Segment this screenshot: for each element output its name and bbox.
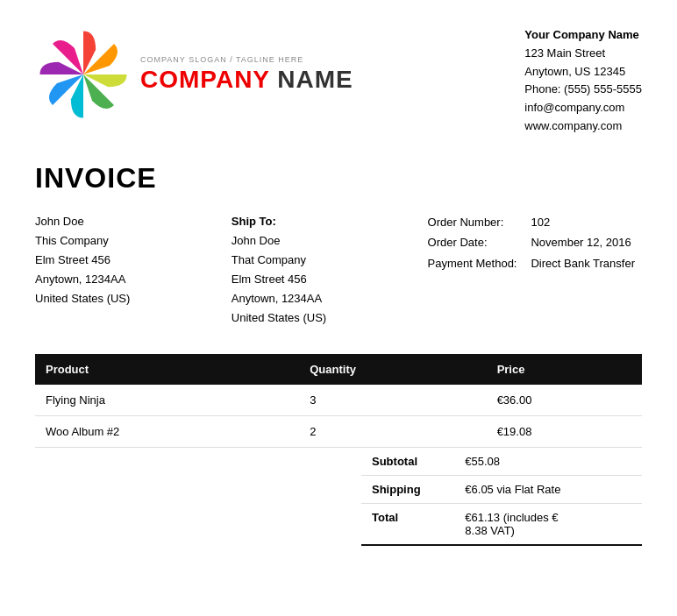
ship-to-company: That Company — [232, 251, 389, 270]
ship-to-city: Anytown, 1234AA — [232, 289, 389, 308]
total-label: Total — [361, 504, 454, 546]
bill-from: John Doe This Company Elm Street 456 Any… — [35, 212, 193, 329]
total-value: €55.08 — [454, 448, 642, 476]
order-date-label: Order Date: — [428, 232, 524, 252]
company-email: info@company.com — [524, 99, 642, 117]
company-name-logo: COMPANY NAME — [140, 66, 353, 94]
totals-section: Subtotal €55.08 Shipping €6.05 via Flat … — [35, 448, 642, 546]
order-date-value: November 12, 2016 — [524, 232, 642, 252]
company-name: Your Company Name — [524, 26, 642, 45]
ship-to-country: United States (US) — [232, 308, 389, 328]
logo-text: COMPANY SLOGAN / TAGLINE HERE COMPANY NA… — [140, 55, 353, 94]
company-slogan: COMPANY SLOGAN / TAGLINE HERE — [140, 55, 353, 64]
col-quantity: Quantity — [299, 354, 486, 385]
company-city: Anytown, US 12345 — [524, 63, 642, 81]
total-value: €61.13 (includes €8.38 VAT) — [454, 504, 642, 546]
ship-to-street: Elm Street 456 — [232, 270, 389, 289]
total-label: Shipping — [361, 476, 454, 504]
company-contact-info: Your Company Name 123 Main Street Anytow… — [524, 26, 642, 136]
bill-from-country: United States (US) — [35, 289, 193, 308]
col-price: Price — [487, 354, 642, 385]
bill-from-name: John Doe — [35, 212, 193, 231]
company-logo — [35, 26, 132, 123]
product-name: Woo Album #2 — [35, 416, 299, 448]
totals-row: Subtotal €55.08 — [361, 448, 642, 476]
table-header-row: Product Quantity Price — [35, 354, 642, 385]
table-row: Woo Album #2 2 €19.08 — [35, 416, 642, 448]
product-price: €19.08 — [487, 416, 642, 448]
bill-from-company: This Company — [35, 231, 193, 251]
invoice-header: COMPANY SLOGAN / TAGLINE HERE COMPANY NA… — [35, 26, 642, 136]
invoice-title: INVOICE — [35, 162, 642, 195]
company-phone: Phone: (555) 555-5555 — [524, 81, 642, 99]
company-website: www.company.com — [524, 117, 642, 136]
totals-row: Shipping €6.05 via Flat Rate — [361, 476, 642, 504]
bill-from-city: Anytown, 1234AA — [35, 270, 193, 289]
product-price: €36.00 — [487, 385, 642, 416]
product-table: Product Quantity Price Flying Ninja 3 €3… — [35, 354, 642, 448]
billing-section: John Doe This Company Elm Street 456 Any… — [35, 212, 642, 329]
order-number-label: Order Number: — [428, 212, 524, 232]
order-info: Order Number: 102 Order Date: November 1… — [428, 212, 642, 329]
order-number-value: 102 — [524, 212, 642, 232]
product-name: Flying Ninja — [35, 385, 299, 416]
company-name-co: COMPANY — [140, 66, 270, 93]
payment-label: Payment Method: — [428, 253, 524, 273]
ship-to-label: Ship To: — [232, 212, 389, 231]
logo-area: COMPANY SLOGAN / TAGLINE HERE COMPANY NA… — [35, 26, 353, 123]
total-label: Subtotal — [361, 448, 454, 476]
product-qty: 2 — [299, 416, 486, 448]
table-row: Flying Ninja 3 €36.00 — [35, 385, 642, 416]
totals-row: Total €61.13 (includes €8.38 VAT) — [361, 504, 642, 546]
ship-to: Ship To: John Doe That Company Elm Stree… — [232, 212, 389, 329]
company-address: 123 Main Street — [524, 45, 642, 63]
col-product: Product — [35, 354, 299, 385]
company-name-rest: NAME — [270, 66, 353, 93]
totals-table: Subtotal €55.08 Shipping €6.05 via Flat … — [361, 448, 642, 546]
ship-to-name: John Doe — [232, 231, 389, 251]
payment-value: Direct Bank Transfer — [524, 253, 642, 273]
total-value: €6.05 via Flat Rate — [454, 476, 642, 504]
product-qty: 3 — [299, 385, 486, 416]
bill-from-street: Elm Street 456 — [35, 251, 193, 270]
